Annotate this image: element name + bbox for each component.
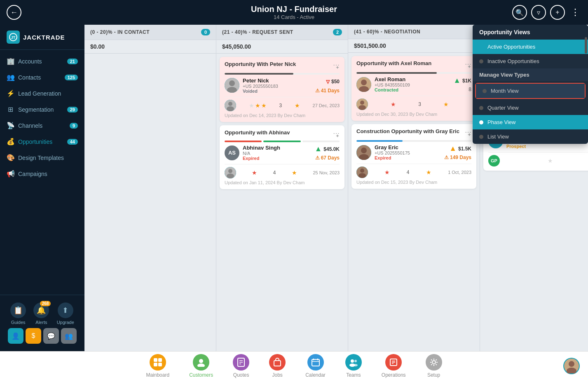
card-title-abhinav: Opportunity with Abhinav — [225, 129, 333, 136]
accounts-icon: 🏢 — [7, 57, 14, 65]
label-active-opportunities: Active Opportunities — [487, 44, 535, 50]
guides-label: Guides — [11, 320, 26, 325]
search-button[interactable]: 🔍 — [512, 5, 527, 20]
sidebar-item-contacts[interactable]: 👥 Contacts 125 — [0, 69, 84, 85]
avatar-axel — [356, 77, 371, 92]
card-drag-axel[interactable]: ✦ — [467, 64, 471, 70]
footer-avatar-peter — [225, 100, 236, 111]
svg-point-33 — [199, 359, 203, 363]
dropdown-item-quarter-view[interactable]: Quarter View — [473, 101, 588, 115]
dropdown-item-active-opportunities[interactable]: Active Opportunities — [473, 40, 588, 54]
svg-point-21 — [360, 169, 364, 173]
card-right-axel: ▲ $1K 8 — [453, 76, 471, 92]
dot-quarter-view — [479, 106, 483, 110]
teams-icon — [345, 354, 362, 371]
sidebar-item-segmentation[interactable]: ⊞ Segmentation 29 — [0, 101, 84, 117]
accounts-badge: 21 — [67, 59, 78, 64]
nav-setup[interactable]: Setup — [416, 354, 452, 378]
header-title: Union NJ - Fundraiser 14 Cards - Active — [251, 5, 337, 20]
card-title-axel: Opportunity with Axel Roman — [356, 60, 465, 66]
dropdown-item-list-view[interactable]: List View — [473, 129, 588, 144]
card-footer-abhinav: ★ 4 ★ 25 Nov, 2023 — [225, 164, 340, 178]
card-date-abhinav: 25 Nov, 2023 — [313, 170, 340, 175]
bottom-teal-icons: 👤 $ 💬 👥 — [0, 328, 84, 347]
more-button[interactable]: ⋮ — [569, 7, 581, 18]
svg-point-18 — [361, 148, 367, 153]
svg-point-45 — [354, 360, 357, 362]
operations-icon — [385, 354, 402, 371]
person-phone-axel: +US 8435550109 — [375, 82, 450, 87]
card-drag-peter[interactable]: ✦ — [335, 65, 340, 70]
svg-point-12 — [361, 80, 367, 85]
chat-icon-btn[interactable]: 💬 — [43, 328, 59, 344]
sidebar-item-campaigns[interactable]: 📢 Campaigns — [0, 166, 84, 182]
footer-avatar-abhinav — [225, 167, 236, 178]
days-abhinav: ⚠ 67 Days — [315, 155, 340, 161]
svg-point-3 — [229, 80, 235, 86]
card-person-peter: Peter Nick +US 2025550183 Voided ▿ $50 ⚠… — [225, 77, 340, 94]
dropdown-item-month-view[interactable]: Month View — [476, 84, 585, 98]
back-button[interactable]: ← — [7, 5, 21, 20]
sidebar-item-opportunities[interactable]: 💰 Opportunities 44 — [0, 134, 84, 150]
col-title-in-contact: (0 - 20)% - IN CONTACT — [90, 29, 150, 35]
bottom-nav: Mainboard Customers Quotes Jobs Calendar… — [0, 351, 588, 380]
nav-operations[interactable]: Operations — [372, 354, 416, 378]
nav-jobs[interactable]: Jobs — [259, 354, 295, 378]
group-icon-btn[interactable]: 👥 — [61, 328, 77, 344]
svg-rect-30 — [158, 358, 162, 362]
nav-teams[interactable]: Teams — [335, 354, 372, 378]
segmentation-label: Segmentation — [18, 106, 63, 113]
upgrade-button[interactable]: ⬆ Upgrade — [57, 303, 74, 325]
sidebar-item-accounts[interactable]: 🏢 Accounts 21 — [0, 53, 84, 69]
star-count-gray: 4 — [407, 169, 410, 175]
days-axel: 8 — [469, 87, 471, 92]
col-amount-negotiation: $501,500.00 — [348, 39, 480, 53]
alerts-button[interactable]: 🔔 268 Alerts — [33, 303, 49, 325]
add-button[interactable]: + — [550, 5, 565, 20]
sidebar-item-lead-generation[interactable]: ⚡ Lead Generation — [0, 85, 84, 101]
nav-customers[interactable]: Customers — [179, 354, 223, 378]
dot-phase-view — [479, 120, 483, 124]
person-name-abhinav: Abhinav Singh — [243, 145, 311, 151]
card-abhinav: Opportunity with Abhinav ⋯ ✦ AS — [220, 125, 344, 189]
nav-quotes[interactable]: Quotes — [223, 354, 259, 378]
footer-avatar-gray — [356, 167, 368, 178]
top-header: ← Union NJ - Fundraiser 14 Cards - Activ… — [0, 0, 588, 25]
header-actions: 🔍 ▿ + ⋮ — [512, 5, 581, 20]
days-gray: ⚠ 149 Days — [444, 155, 471, 160]
col-amount-request-sent: $45,050.00 — [216, 40, 348, 54]
dropdown-section-manage-views: Manage View Types — [473, 68, 588, 81]
design-label: Design Templates — [18, 155, 78, 161]
campaigns-icon: 📢 — [7, 170, 14, 178]
dollar-icon-btn[interactable]: $ — [26, 328, 41, 344]
person-info-abhinav: Abhinav Singh N/A Expired — [243, 145, 311, 161]
nav-calendar[interactable]: Calendar — [295, 354, 335, 378]
person-info-peter: Peter Nick +US 2025550183 Voided — [243, 77, 312, 94]
dropdown-item-phase-view[interactable]: Phase View — [473, 115, 588, 129]
guides-button[interactable]: 📋 Guides — [10, 303, 26, 325]
svg-rect-32 — [158, 363, 162, 366]
user-avatar-bottom[interactable] — [563, 358, 580, 374]
alerts-badge: 268 — [40, 301, 51, 306]
sidebar-item-channels[interactable]: 📡 Channels 9 — [0, 117, 84, 134]
col-header-in-contact: (0 - 20)% - IN CONTACT 0 — [84, 25, 216, 40]
scrollbar[interactable] — [585, 37, 587, 54]
amount-gray: ▲ $1.5K — [449, 144, 471, 153]
user-icon-btn[interactable]: 👤 — [8, 328, 23, 344]
page-subtitle: 14 Cards - Active — [251, 14, 337, 20]
channels-icon: 📡 — [7, 122, 14, 129]
sidebar-item-design-templates[interactable]: 🎨 Design Templates — [0, 150, 84, 166]
logo-icon: JT — [7, 30, 20, 44]
sidebar-bottom: 📋 Guides 🔔 268 Alerts ⬆ Upgrade 👤 $ 💬 — [0, 295, 84, 351]
label-inactive-opportunities: Inactive Opportunities — [487, 58, 539, 64]
filter-button[interactable]: ▿ — [531, 5, 546, 20]
progress-bars-abhinav — [225, 141, 340, 142]
page-title: Union NJ - Fundraiser — [251, 5, 337, 14]
calendar-icon — [307, 354, 324, 371]
nav-mainboard[interactable]: Mainboard — [136, 354, 179, 378]
card-drag-gray[interactable]: ✦ — [467, 132, 471, 138]
dropdown-item-inactive-opportunities[interactable]: Inactive Opportunities — [473, 54, 588, 68]
guides-icon: 📋 — [10, 303, 26, 318]
card-drag-abhinav[interactable]: ✦ — [335, 133, 340, 139]
progress-bar-axel — [356, 72, 471, 74]
